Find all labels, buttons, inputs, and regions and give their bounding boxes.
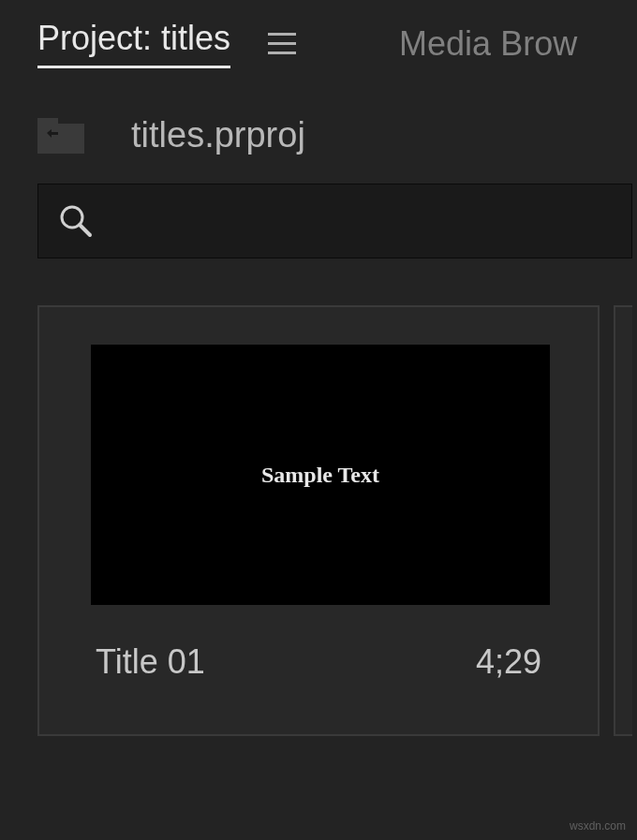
project-filename: titles.prproj [131, 115, 305, 155]
folder-up-icon[interactable] [37, 118, 84, 154]
tab-media-browser[interactable]: Media Brow [399, 24, 577, 64]
bin-item-partial[interactable] [614, 305, 632, 736]
bin-item-duration: 4;29 [476, 642, 541, 682]
tab-project[interactable]: Project: titles [37, 19, 230, 68]
bin-item-label-row: Title 01 4;29 [91, 642, 546, 682]
project-info-row: titles.prproj [0, 68, 637, 184]
bin-item-name[interactable]: Title 01 [96, 642, 205, 682]
panel-menu-icon[interactable] [268, 33, 296, 54]
bin-item-thumbnail[interactable]: Sample Text [91, 345, 550, 605]
project-bin-area: Sample Text Title 01 4;29 [37, 305, 637, 736]
watermark: wsxdn.com [570, 819, 626, 833]
svg-line-1 [80, 225, 90, 235]
panel-tab-bar: Project: titles Media Brow [0, 0, 637, 68]
bin-item[interactable]: Sample Text Title 01 4;29 [37, 305, 600, 736]
search-icon [57, 202, 95, 240]
search-input[interactable] [37, 184, 632, 258]
thumbnail-preview-text: Sample Text [261, 463, 379, 488]
